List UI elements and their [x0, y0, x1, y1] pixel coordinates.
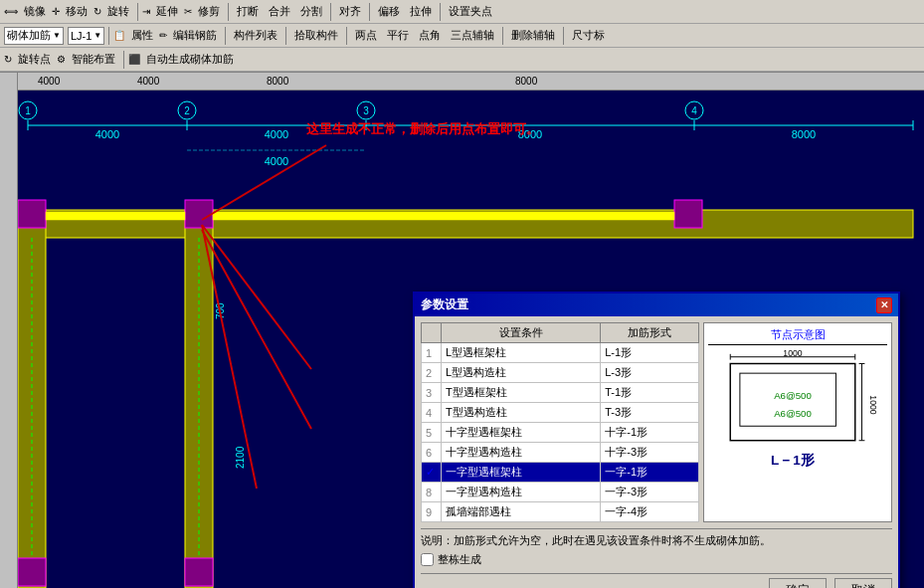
separator5 — [440, 3, 441, 21]
row-condition: 十字型遇构造柱 — [442, 443, 601, 463]
row-form: 十字-1形 — [601, 423, 699, 443]
dialog-table-section: 设置条件 加筋形式 1 L型遇框架柱 L-1形 2 L型遇构造柱 L-3形 3 … — [421, 322, 699, 522]
row-condition: L型遇框架柱 — [442, 343, 601, 363]
table-row[interactable]: ✓ 一字型遇框架柱 一字-1形 — [422, 463, 699, 483]
separator8 — [285, 27, 286, 45]
tb-extend[interactable]: 延伸 — [152, 3, 182, 20]
row-form: T-3形 — [601, 403, 699, 423]
whole-building-checkbox[interactable] — [421, 553, 434, 566]
row-condition: 一字型遇构造柱 — [442, 483, 601, 502]
chevron-down-icon2: ▼ — [93, 31, 101, 40]
row-num: 8 — [422, 483, 442, 502]
tb-delete-aux[interactable]: 删除辅轴 — [507, 27, 559, 44]
auto-gen-icon: ⬛ — [128, 54, 140, 65]
tb-smart-layout[interactable]: 智能布置 — [68, 51, 119, 68]
tb-trim[interactable]: 修剪 — [194, 3, 224, 20]
separator7 — [225, 27, 226, 45]
toolbar-row2: 砌体加筋 ▼ LJ-1 ▼ 📋 属性 ✏ 编辑钢筋 构件列表 拾取构件 两点 平… — [0, 24, 924, 48]
tb-move[interactable]: 移动 — [62, 3, 92, 20]
table-row[interactable]: 2 L型遇构造柱 L-3形 — [422, 363, 699, 383]
row-num: 5 — [422, 423, 442, 443]
tb-stretch[interactable]: 拉伸 — [406, 3, 436, 20]
table-row[interactable]: 8 一字型遇构造柱 一字-3形 — [422, 483, 699, 502]
tb-mirror[interactable]: 镜像 — [20, 3, 50, 20]
separator9 — [346, 27, 347, 45]
dialog-preview-section: 节点示意图 1000 — [703, 322, 892, 522]
row-form: T-1形 — [601, 383, 699, 403]
dialog-footer: 确定 取消 — [421, 573, 892, 588]
dropdown-component-type[interactable]: 砌体加筋 ▼ — [4, 27, 64, 45]
svg-text:A6@500: A6@500 — [774, 408, 812, 419]
svg-rect-45 — [711, 349, 874, 489]
tb-merge[interactable]: 合并 — [265, 3, 294, 20]
tb-icon-move: ✛ — [52, 6, 60, 17]
tb-rotate-point[interactable]: 旋转点 — [14, 51, 55, 68]
toolbar-row1: ⟺ 镜像 ✛ 移动 ↻ 旋转 ⇥ 延伸 ✂ 修剪 打断 合并 分割 对齐 偏移 … — [0, 0, 924, 24]
tb-pick-component[interactable]: 拾取构件 — [290, 27, 342, 44]
tb-component-list[interactable]: 构件列表 — [230, 27, 281, 44]
checkbox-row: 整栋生成 — [421, 552, 892, 567]
col-header-form: 加筋形式 — [601, 323, 699, 343]
separator — [137, 3, 138, 21]
separator12 — [123, 51, 124, 69]
ok-button[interactable]: 确定 — [769, 578, 827, 588]
tb-icon-trim: ✂ — [184, 6, 192, 17]
tb-parallel[interactable]: 平行 — [383, 27, 413, 44]
note-section: 说明：加筋形式允许为空，此时在遇见该设置条件时将不生成砌体加筋。 整栋生成 — [421, 528, 892, 567]
row-condition: 一字型遇框架柱 — [442, 463, 601, 483]
dialog-body: 设置条件 加筋形式 1 L型遇框架柱 L-1形 2 L型遇构造柱 L-3形 3 … — [415, 316, 898, 588]
tb-angle-point[interactable]: 点角 — [415, 27, 445, 44]
tb-rotate[interactable]: 旋转 — [103, 3, 133, 20]
row-num: 9 — [422, 502, 442, 522]
toolbar: ⟺ 镜像 ✛ 移动 ↻ 旋转 ⇥ 延伸 ✂ 修剪 打断 合并 分割 对齐 偏移 … — [0, 0, 924, 73]
chevron-down-icon: ▼ — [53, 31, 61, 40]
table-row[interactable]: 4 T型遇构造柱 T-3形 — [422, 403, 699, 423]
tb-edit-rebar[interactable]: 编辑钢筋 — [169, 27, 221, 44]
tb-property[interactable]: 属性 — [127, 27, 157, 44]
table-row[interactable]: 3 T型遇框架柱 T-1形 — [422, 383, 699, 403]
tb-icon-extend: ⇥ — [142, 6, 150, 17]
table-row[interactable]: 1 L型遇框架柱 L-1形 — [422, 343, 699, 363]
tb-split[interactable]: 分割 — [296, 3, 326, 20]
dropdown-lj[interactable]: LJ-1 ▼ — [68, 27, 104, 45]
row-num: 3 — [422, 383, 442, 403]
row-condition: 孤墙端部遇柱 — [442, 502, 601, 522]
separator11 — [563, 27, 564, 45]
row-form: L-1形 — [601, 343, 699, 363]
tb-align[interactable]: 对齐 — [335, 3, 365, 20]
svg-text:A6@500: A6@500 — [774, 390, 812, 401]
row-form: 一字-3形 — [601, 483, 699, 502]
separator4 — [369, 3, 370, 21]
separator3 — [330, 3, 331, 21]
col-header-condition: 设置条件 — [442, 323, 601, 343]
tb-auto-generate[interactable]: 自动生成砌体加筋 — [142, 51, 238, 68]
cad-area: 4000 4000 8000 8000 1 2 3 4 4000 4000 — [0, 73, 924, 588]
table-row[interactable]: 6 十字型遇构造柱 十字-3形 — [422, 443, 699, 463]
tb-break[interactable]: 打断 — [233, 3, 263, 20]
row-condition: T型遇构造柱 — [442, 403, 601, 423]
row-num: 2 — [422, 363, 442, 383]
rotate-point-icon: ↻ — [4, 54, 12, 65]
svg-text:1000: 1000 — [868, 395, 877, 414]
row-num: 6 — [422, 443, 442, 463]
dialog-title: 参数设置 — [421, 296, 468, 313]
tb-icon-mirror: ⟺ — [4, 6, 18, 17]
dialog-main: 设置条件 加筋形式 1 L型遇框架柱 L-1形 2 L型遇构造柱 L-3形 3 … — [421, 322, 892, 522]
row-condition: L型遇构造柱 — [442, 363, 601, 383]
tb-dimension[interactable]: 尺寸标 — [568, 27, 609, 44]
tb-setpoint[interactable]: 设置夹点 — [445, 3, 496, 20]
tb-icon-rotate: ↻ — [93, 6, 101, 17]
row-form: 一字-4形 — [601, 502, 699, 522]
toolbar-row3: ↻ 旋转点 ⚙ 智能布置 ⬛ 自动生成砌体加筋 — [0, 48, 924, 72]
table-row[interactable]: 5 十字型遇框架柱 十字-1形 — [422, 423, 699, 443]
separator10 — [502, 27, 503, 45]
dialog-close-button[interactable]: ✕ — [876, 297, 892, 313]
row-condition: T型遇框架柱 — [442, 383, 601, 403]
tb-two-point[interactable]: 两点 — [351, 27, 381, 44]
tb-three-point-aux[interactable]: 三点辅轴 — [447, 27, 498, 44]
tb-offset[interactable]: 偏移 — [374, 3, 404, 20]
row-form: L-3形 — [601, 363, 699, 383]
note-text: 说明：加筋形式允许为空，此时在遇见该设置条件时将不生成砌体加筋。 — [421, 534, 771, 546]
table-row[interactable]: 9 孤墙端部遇柱 一字-4形 — [422, 502, 699, 522]
cancel-button[interactable]: 取消 — [834, 578, 892, 588]
